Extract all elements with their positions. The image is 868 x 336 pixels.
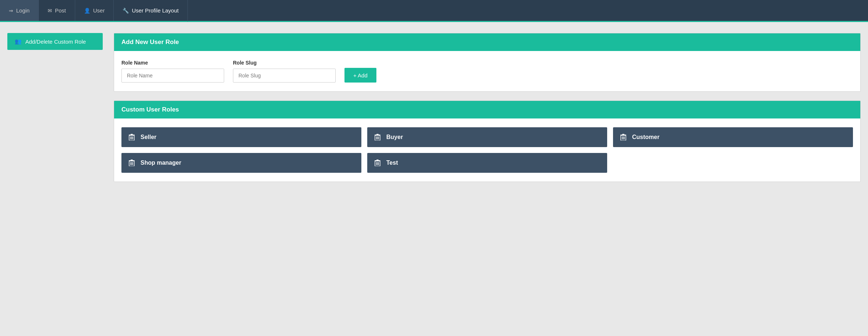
role-item-customer[interactable]: Customer bbox=[613, 127, 853, 147]
add-role-panel: Add New User Role Role Name Role Slug + … bbox=[114, 33, 861, 92]
role-label-customer: Customer bbox=[632, 134, 660, 140]
tab-post-label: Post bbox=[55, 7, 66, 14]
trash-icon-seller bbox=[129, 134, 135, 140]
tab-post[interactable]: ✉ Post bbox=[39, 0, 75, 21]
tab-login[interactable]: ⇒ Login bbox=[0, 0, 39, 21]
custom-roles-panel: Custom User Roles Seller Buyer bbox=[114, 101, 861, 182]
add-role-panel-header: Add New User Role bbox=[114, 33, 860, 51]
tab-user-label: User bbox=[93, 7, 105, 14]
main-content: 👥 Add/Delete Custom Role Add New User Ro… bbox=[0, 22, 868, 193]
role-item-seller[interactable]: Seller bbox=[121, 127, 361, 147]
svg-rect-24 bbox=[376, 160, 379, 160]
panels-area: Add New User Role Role Name Role Slug + … bbox=[114, 33, 861, 182]
add-role-title: Add New User Role bbox=[121, 39, 179, 45]
tab-user-profile-layout[interactable]: 🔧 User Profile Layout bbox=[114, 0, 188, 22]
svg-rect-0 bbox=[131, 134, 133, 135]
role-label-test: Test bbox=[386, 160, 398, 166]
roles-grid: Seller Buyer Customer Shop manager bbox=[121, 127, 853, 173]
role-item-test[interactable]: Test bbox=[367, 153, 607, 173]
profile-layout-icon: 🔧 bbox=[123, 8, 129, 14]
tab-user[interactable]: 👤 User bbox=[75, 0, 114, 21]
role-name-label: Role Name bbox=[121, 60, 224, 66]
role-item-shop-manager[interactable]: Shop manager bbox=[121, 153, 361, 173]
trash-icon-customer bbox=[620, 134, 626, 140]
tab-login-label: Login bbox=[16, 7, 30, 14]
role-label-seller: Seller bbox=[141, 134, 157, 140]
custom-roles-panel-body: Seller Buyer Customer Shop manager bbox=[114, 118, 860, 182]
custom-roles-panel-header: Custom User Roles bbox=[114, 101, 860, 118]
add-delete-icon: 👥 bbox=[15, 38, 22, 45]
role-label-shop-manager: Shop manager bbox=[141, 160, 181, 166]
role-slug-label: Role Slug bbox=[233, 60, 336, 66]
trash-icon-buyer bbox=[375, 134, 380, 140]
add-role-form-row: Role Name Role Slug + Add bbox=[121, 60, 853, 83]
add-delete-custom-role-button[interactable]: 👥 Add/Delete Custom Role bbox=[7, 33, 103, 50]
svg-rect-6 bbox=[376, 134, 379, 135]
custom-roles-title: Custom User Roles bbox=[121, 106, 179, 113]
user-icon: 👤 bbox=[84, 8, 90, 14]
role-slug-group: Role Slug bbox=[233, 60, 336, 83]
add-role-panel-body: Role Name Role Slug + Add bbox=[114, 51, 860, 91]
add-role-button[interactable]: + Add bbox=[344, 68, 376, 83]
sidebar: 👥 Add/Delete Custom Role bbox=[7, 33, 103, 50]
post-icon: ✉ bbox=[48, 8, 52, 14]
role-slug-input[interactable] bbox=[233, 69, 336, 83]
svg-rect-18 bbox=[131, 160, 133, 160]
role-name-input[interactable] bbox=[121, 69, 224, 83]
login-icon: ⇒ bbox=[9, 8, 13, 14]
navbar: ⇒ Login ✉ Post 👤 User 🔧 User Profile Lay… bbox=[0, 0, 868, 22]
role-name-group: Role Name bbox=[121, 60, 224, 83]
tab-user-profile-layout-label: User Profile Layout bbox=[132, 7, 179, 14]
trash-icon-test bbox=[375, 160, 380, 166]
role-item-buyer[interactable]: Buyer bbox=[367, 127, 607, 147]
add-delete-label: Add/Delete Custom Role bbox=[25, 39, 86, 45]
role-label-buyer: Buyer bbox=[386, 134, 403, 140]
add-role-button-label: + Add bbox=[353, 72, 368, 78]
trash-icon-shop-manager bbox=[129, 160, 135, 166]
svg-rect-12 bbox=[622, 134, 624, 135]
